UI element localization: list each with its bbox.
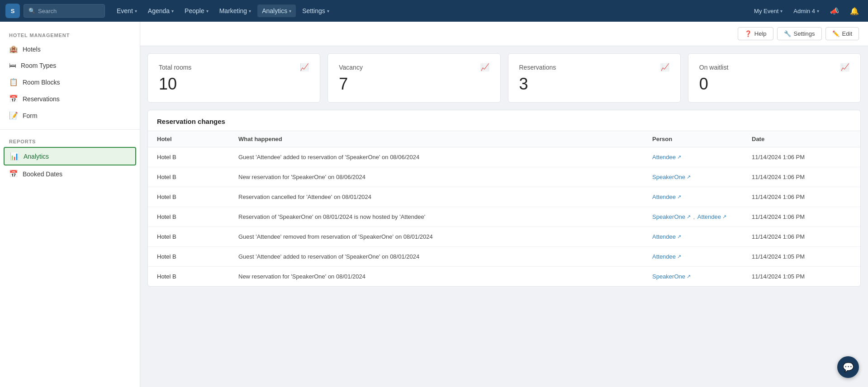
chevron-icon: ▾ xyxy=(289,9,291,14)
person-link[interactable]: Attendee ↗ xyxy=(697,213,726,220)
nav-item-settings[interactable]: Settings ▾ xyxy=(298,5,334,17)
chevron-icon: ▾ xyxy=(780,9,783,14)
external-link-icon: ↗ xyxy=(687,174,691,180)
room-blocks-icon: 📋 xyxy=(9,78,18,86)
search-icon: 🔍 xyxy=(28,8,35,14)
stats-row: Total rooms 📈 10 Vacancy 📈 7 Reservation… xyxy=(140,46,868,110)
external-link-icon: ↗ xyxy=(677,254,681,260)
cell-hotel: Hotel B xyxy=(157,253,238,260)
stat-card-reservations: Reservations 📈 3 xyxy=(508,53,681,103)
settings-button[interactable]: 🔧 Settings xyxy=(777,27,822,40)
cell-what-happened: Reservation cancelled for 'Attendee' on … xyxy=(238,194,652,200)
room-types-icon: 🛏 xyxy=(9,61,16,70)
booked-dates-icon: 📅 xyxy=(9,170,18,178)
table-rows-container: Hotel BGuest 'Attendee' added to reserva… xyxy=(148,147,860,286)
stat-value-waitlist: 0 xyxy=(699,75,849,93)
cell-what-happened: Guest 'Attendee' removed from reservatio… xyxy=(238,233,652,240)
person-separator: , xyxy=(692,213,697,220)
app-logo[interactable]: S xyxy=(5,4,20,18)
nav-right-section: My Event ▾ Admin 4 ▾ 📣 🔔 xyxy=(750,5,863,17)
chat-icon: 💬 xyxy=(843,362,854,373)
chart-icon[interactable]: 📈 xyxy=(840,63,849,71)
search-box[interactable]: 🔍 Search xyxy=(24,4,105,18)
nav-item-agenda[interactable]: Agenda ▾ xyxy=(143,5,178,17)
sidebar-item-hotels[interactable]: 🏨 Hotels xyxy=(0,41,140,57)
person-link[interactable]: Attendee ↗ xyxy=(652,154,681,160)
nav-item-marketing[interactable]: Marketing ▾ xyxy=(215,5,256,17)
help-button[interactable]: ❓ Help xyxy=(738,27,773,40)
cell-date: 11/14/2024 1:05 PM xyxy=(752,273,851,280)
stat-card-header: Vacancy 📈 xyxy=(339,63,489,71)
reports-title: REPORTS xyxy=(0,135,140,147)
main-content: ❓ Help 🔧 Settings ✏️ Edit Total rooms 📈 … xyxy=(140,22,868,387)
person-link[interactable]: Attendee ↗ xyxy=(652,253,681,260)
chat-bubble-button[interactable]: 💬 xyxy=(837,356,859,378)
table-row: Hotel BNew reservation for 'SpeakerOne' … xyxy=(148,267,860,286)
nav-item-people[interactable]: People ▾ xyxy=(180,5,213,17)
chart-icon[interactable]: 📈 xyxy=(660,63,669,71)
external-link-icon: ↗ xyxy=(677,194,681,200)
person-link[interactable]: SpeakerOne ↗ xyxy=(652,213,691,220)
external-link-icon: ↗ xyxy=(687,214,691,220)
table-row: Hotel BReservation cancelled for 'Attend… xyxy=(148,187,860,207)
hotels-icon: 🏨 xyxy=(9,45,18,53)
col-person: Person xyxy=(652,136,752,142)
hotel-management-title: HOTEL MANAGEMENT xyxy=(0,29,140,41)
megaphone-icon[interactable]: 📣 xyxy=(826,5,843,17)
admin-dropdown[interactable]: Admin 4 ▾ xyxy=(790,6,823,16)
cell-person: Attendee ↗ xyxy=(652,233,752,240)
search-placeholder: Search xyxy=(38,8,57,14)
nav-item-analytics[interactable]: Analytics ▾ xyxy=(257,5,296,17)
main-layout: HOTEL MANAGEMENT 🏨 Hotels 🛏 Room Types 📋… xyxy=(0,22,868,387)
help-icon: ❓ xyxy=(745,30,752,37)
top-action-bar: ❓ Help 🔧 Settings ✏️ Edit xyxy=(140,22,868,46)
external-link-icon: ↗ xyxy=(677,154,681,160)
table-row: Hotel BNew reservation for 'SpeakerOne' … xyxy=(148,167,860,187)
cell-hotel: Hotel B xyxy=(157,174,238,180)
cell-person: SpeakerOne ↗ xyxy=(652,174,752,180)
external-link-icon: ↗ xyxy=(677,234,681,240)
bell-icon[interactable]: 🔔 xyxy=(846,5,863,17)
table-row: Hotel BReservation of 'SpeakerOne' on 08… xyxy=(148,207,860,227)
sidebar-item-room-types[interactable]: 🛏 Room Types xyxy=(0,57,140,74)
person-link[interactable]: SpeakerOne ↗ xyxy=(652,174,691,180)
cell-what-happened: Reservation of 'SpeakerOne' on 08/01/202… xyxy=(238,213,652,220)
table-header: Reservation changes xyxy=(148,110,860,131)
stat-card-waitlist: On waitlist 📈 0 xyxy=(688,53,861,103)
edit-button[interactable]: ✏️ Edit xyxy=(825,27,859,40)
external-link-icon: ↗ xyxy=(722,214,726,220)
analytics-icon: 📊 xyxy=(10,152,19,160)
sidebar: HOTEL MANAGEMENT 🏨 Hotels 🛏 Room Types 📋… xyxy=(0,22,140,387)
chart-icon[interactable]: 📈 xyxy=(480,63,489,71)
settings-icon: 🔧 xyxy=(784,30,791,37)
sidebar-item-room-blocks[interactable]: 📋 Room Blocks xyxy=(0,74,140,90)
table-column-headers: Hotel What happened Person Date xyxy=(148,131,860,147)
reservations-icon: 📅 xyxy=(9,94,18,103)
stat-card-vacancy: Vacancy 📈 7 xyxy=(327,53,500,103)
cell-person: Attendee ↗ xyxy=(652,253,752,260)
person-link[interactable]: SpeakerOne ↗ xyxy=(652,273,691,280)
sidebar-item-booked-dates[interactable]: 📅 Booked Dates xyxy=(0,165,140,182)
cell-hotel: Hotel B xyxy=(157,233,238,240)
cell-hotel: Hotel B xyxy=(157,213,238,220)
cell-person: SpeakerOne ↗ xyxy=(652,273,752,280)
person-link[interactable]: Attendee ↗ xyxy=(652,233,681,240)
sidebar-item-form[interactable]: 📝 Form xyxy=(0,107,140,124)
stat-value-reservations: 3 xyxy=(519,75,669,93)
sidebar-divider xyxy=(0,129,140,130)
cell-date: 11/14/2024 1:05 PM xyxy=(752,253,851,260)
my-event-dropdown[interactable]: My Event ▾ xyxy=(750,6,786,16)
external-link-icon: ↗ xyxy=(687,274,691,279)
person-link[interactable]: Attendee ↗ xyxy=(652,194,681,200)
nav-item-event[interactable]: Event ▾ xyxy=(112,5,142,17)
chevron-icon: ▾ xyxy=(171,9,174,14)
chart-icon[interactable]: 📈 xyxy=(300,63,309,71)
chevron-icon: ▾ xyxy=(135,9,137,14)
sidebar-item-reservations[interactable]: 📅 Reservations xyxy=(0,90,140,107)
cell-hotel: Hotel B xyxy=(157,194,238,200)
chevron-icon: ▾ xyxy=(249,9,251,14)
table-row: Hotel BGuest 'Attendee' removed from res… xyxy=(148,227,860,247)
sidebar-item-analytics[interactable]: 📊 Analytics xyxy=(4,147,136,165)
cell-hotel: Hotel B xyxy=(157,273,238,280)
stat-value-total-rooms: 10 xyxy=(159,75,309,93)
